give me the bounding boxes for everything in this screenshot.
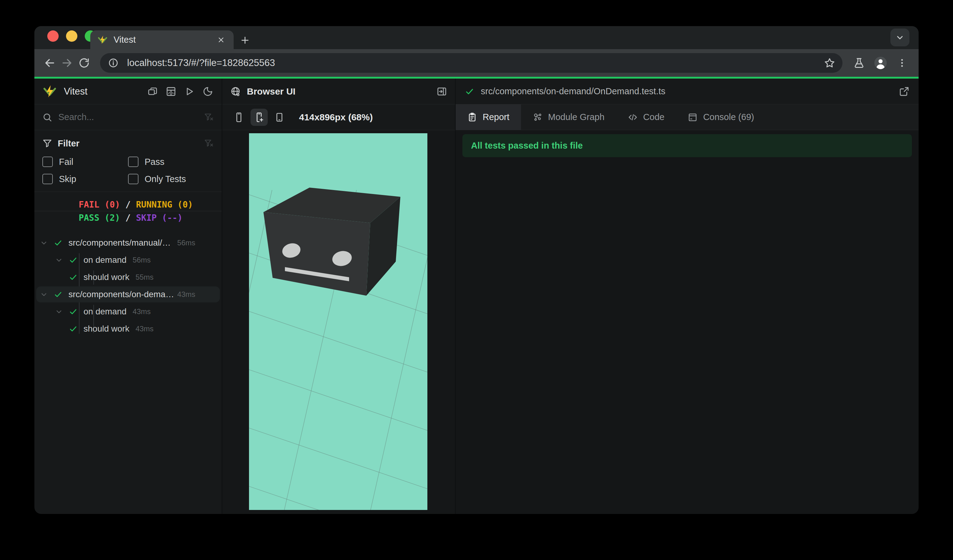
tab-module-graph[interactable]: Module Graph xyxy=(521,104,616,130)
collapse-panels-icon[interactable] xyxy=(147,86,158,97)
preview-area xyxy=(222,130,455,514)
check-icon xyxy=(465,87,474,96)
fail-count: FAIL (0) xyxy=(53,200,120,210)
vitest-favicon-icon xyxy=(98,35,107,45)
tree-row-test[interactable]: should work 55ms xyxy=(34,268,222,286)
check-icon xyxy=(68,307,78,316)
chevron-down-icon[interactable] xyxy=(39,290,48,298)
console-icon xyxy=(688,112,698,122)
report-tabs: Report Module Graph Code xyxy=(456,104,919,130)
url-text[interactable]: localhost:5173/#/?file=1828625563 xyxy=(127,57,824,68)
test-file-path: src/components/on-demand/OnDemand.test.t… xyxy=(481,86,665,96)
filter-option-fail[interactable]: Fail xyxy=(42,157,128,167)
file-path-header: src/components/on-demand/OnDemand.test.t… xyxy=(456,79,919,104)
run-all-icon[interactable] xyxy=(183,86,195,97)
reload-button[interactable] xyxy=(76,54,93,71)
chevron-down-icon[interactable] xyxy=(39,239,48,247)
report-panel: src/components/on-demand/OnDemand.test.t… xyxy=(456,79,919,514)
clear-filters-icon[interactable] xyxy=(204,138,214,148)
test-status-summary: FAIL (0) / RUNNING (0) PASS (2) / SKIP (… xyxy=(34,192,222,231)
open-external-icon[interactable] xyxy=(899,86,910,97)
tree-row-file-selected[interactable]: src/components/on-dema… 43ms xyxy=(34,286,222,303)
test-tree: src/components/manual/… 56ms on demand 5… xyxy=(34,231,222,514)
tab-search-button[interactable] xyxy=(890,29,910,47)
clipboard-icon xyxy=(467,112,477,122)
tree-item-label: should work xyxy=(84,324,129,334)
tree-item-time: 56ms xyxy=(177,239,195,247)
tab-report[interactable]: Report xyxy=(456,104,521,130)
all-tests-passed-banner: All tests passed in this file xyxy=(463,134,912,157)
browser-toolbar: localhost:5173/#/?file=1828625563 xyxy=(34,49,919,77)
device-phone-plus-icon[interactable] xyxy=(250,109,268,126)
profile-avatar[interactable] xyxy=(872,54,889,71)
threejs-scene xyxy=(249,133,427,510)
sidebar: Vitest xyxy=(34,79,222,514)
test-viewport[interactable] xyxy=(249,133,427,510)
close-window-button[interactable] xyxy=(47,30,59,42)
globe-icon xyxy=(230,86,241,97)
dashboard-icon[interactable] xyxy=(165,86,177,97)
check-icon xyxy=(68,256,78,264)
filter-option-pass[interactable]: Pass xyxy=(128,157,214,167)
dock-panel-icon[interactable] xyxy=(436,86,447,97)
tree-item-label: on demand xyxy=(84,255,126,265)
clear-search-filter-icon[interactable] xyxy=(204,112,214,122)
search-bar xyxy=(34,104,222,130)
check-icon xyxy=(68,324,78,333)
running-count: RUNNING (0) xyxy=(136,200,203,210)
check-icon xyxy=(53,290,63,299)
tree-item-time: 43ms xyxy=(133,307,151,316)
tree-item-label: src/components/on-dema… xyxy=(68,290,174,299)
filter-funnel-icon xyxy=(42,138,52,148)
preview-title: Browser UI xyxy=(247,86,295,97)
dark-mode-moon-icon[interactable] xyxy=(202,86,214,97)
tree-item-time: 56ms xyxy=(133,256,151,264)
titlebar: Vitest xyxy=(34,26,919,49)
filter-option-skip[interactable]: Skip xyxy=(42,174,128,184)
search-input[interactable] xyxy=(58,112,198,123)
browser-preview-panel: Browser UI 414x896px (68%) xyxy=(222,79,456,514)
vitest-logo-icon xyxy=(42,85,57,98)
browser-tab[interactable]: Vitest xyxy=(90,30,234,49)
pass-count: PASS (2) xyxy=(53,213,120,223)
tab-title: Vitest xyxy=(113,35,136,45)
module-graph-icon xyxy=(533,112,543,122)
device-phone-dash-icon[interactable] xyxy=(271,109,288,126)
bookmark-star-icon[interactable] xyxy=(824,57,835,68)
chevron-down-icon[interactable] xyxy=(54,256,64,264)
browser-menu-icon[interactable] xyxy=(893,54,911,71)
tree-row-suite[interactable]: on demand 43ms xyxy=(34,303,222,320)
back-button[interactable] xyxy=(41,54,58,71)
code-icon xyxy=(628,112,638,122)
tree-row-file[interactable]: src/components/manual/… 56ms xyxy=(34,234,222,251)
checkbox[interactable] xyxy=(42,174,53,184)
checkbox[interactable] xyxy=(128,157,138,167)
preview-header: Browser UI xyxy=(222,79,455,104)
filter-option-only-tests[interactable]: Only Tests xyxy=(128,174,214,184)
viewport-size-label[interactable]: 414x896px (68%) xyxy=(299,112,373,123)
tree-item-label: src/components/manual/… xyxy=(68,238,171,248)
new-tab-button[interactable] xyxy=(237,33,252,48)
site-info-icon[interactable] xyxy=(106,56,120,70)
tree-row-suite[interactable]: on demand 56ms xyxy=(34,251,222,268)
forward-button[interactable] xyxy=(58,54,76,71)
app-title: Vitest xyxy=(64,86,87,97)
device-phone-small-icon[interactable] xyxy=(230,109,247,126)
minimize-window-button[interactable] xyxy=(66,30,78,42)
chrome-labs-flask-icon[interactable] xyxy=(851,54,868,71)
tab-console[interactable]: Console (69) xyxy=(676,104,766,130)
tab-close-icon[interactable] xyxy=(216,35,226,45)
tab-code[interactable]: Code xyxy=(616,104,676,130)
address-bar[interactable]: localhost:5173/#/?file=1828625563 xyxy=(100,53,843,73)
checkbox[interactable] xyxy=(128,174,138,184)
checkbox[interactable] xyxy=(42,157,53,167)
chevron-down-icon[interactable] xyxy=(54,308,64,316)
tree-item-time: 43ms xyxy=(135,324,154,333)
check-icon xyxy=(68,273,78,282)
filter-title: Filter xyxy=(58,138,79,149)
skip-count: SKIP (--) xyxy=(136,213,203,223)
search-icon xyxy=(42,112,52,122)
check-icon xyxy=(53,239,63,247)
tree-item-time: 55ms xyxy=(135,273,154,282)
tree-row-test[interactable]: should work 43ms xyxy=(34,320,222,337)
